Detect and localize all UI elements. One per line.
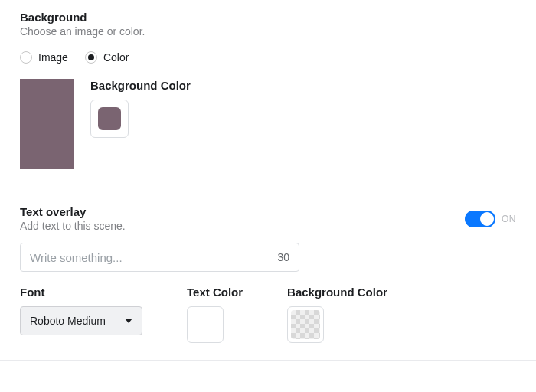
toggle-knob-icon [480, 212, 494, 226]
overlay-text-field-wrapper: 30 [20, 243, 299, 272]
font-label: Font [20, 286, 142, 299]
radio-color[interactable]: Color [85, 51, 129, 64]
chevron-down-icon [125, 318, 132, 323]
text-overlay-toggle[interactable] [465, 211, 495, 227]
radio-image[interactable]: Image [20, 51, 68, 64]
background-color-label: Background Color [90, 79, 191, 92]
background-subtitle: Choose an image or color. [20, 25, 516, 38]
toggle-state-label: ON [502, 214, 516, 224]
text-color-swatch[interactable] [187, 306, 224, 343]
swatch-icon [98, 107, 121, 130]
overlay-bg-color-label: Background Color [287, 286, 387, 299]
radio-icon [20, 51, 32, 64]
section-divider [0, 360, 536, 361]
text-overlay-title: Text overlay [20, 205, 126, 218]
text-color-label: Text Color [187, 286, 243, 299]
text-overlay-subtitle: Add text to this scene. [20, 220, 126, 232]
background-type-radio-group: Image Color [20, 51, 516, 64]
char-counter: 30 [277, 251, 289, 263]
background-color-swatch[interactable] [90, 100, 129, 138]
radio-icon [85, 51, 97, 64]
background-title: Background [20, 11, 516, 24]
background-preview [20, 79, 74, 169]
radio-color-label: Color [103, 51, 129, 64]
radio-image-label: Image [38, 51, 68, 64]
overlay-text-input[interactable] [30, 251, 277, 264]
font-select[interactable]: Roboto Medium [20, 306, 142, 335]
font-select-value: Roboto Medium [30, 315, 106, 327]
transparent-icon [291, 310, 320, 339]
overlay-bg-color-swatch[interactable] [287, 306, 324, 343]
